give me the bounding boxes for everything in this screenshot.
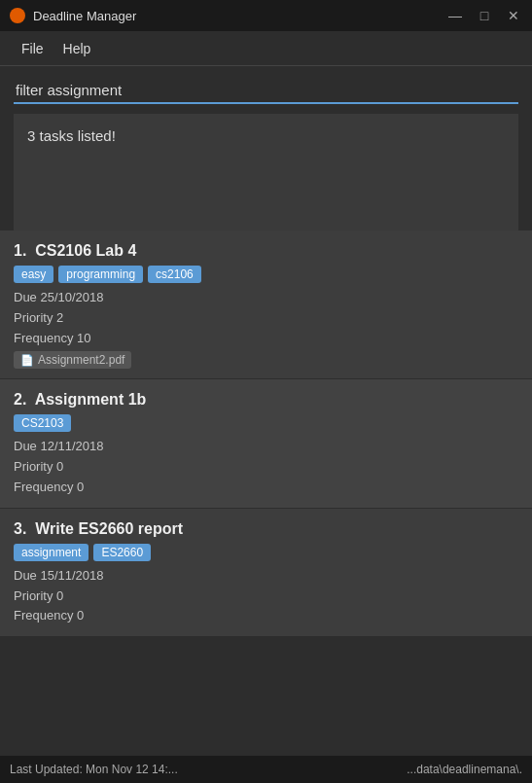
app-icon: [10, 8, 25, 23]
results-area: 3 tasks listed!: [14, 114, 518, 231]
task-tag: CS2103: [14, 414, 71, 432]
minimize-button[interactable]: —: [446, 8, 464, 23]
task-tag: programming: [58, 266, 143, 283]
task-frequency: Frequency 10: [14, 329, 518, 349]
file-icon: 📄: [20, 354, 34, 367]
task-priority: Priority 2: [14, 308, 518, 329]
menu-help[interactable]: Help: [53, 37, 101, 60]
task-tag: cs2106: [148, 266, 201, 283]
task-due: Due 15/11/2018: [14, 566, 518, 587]
task-item[interactable]: 1. CS2106 Lab 4 easyprogrammingcs2106 Du…: [0, 231, 532, 379]
task-frequency: Frequency 0: [14, 478, 518, 498]
maximize-button[interactable]: □: [476, 8, 493, 23]
status-bar: Last Updated: Mon Nov 12 14:... ...data\…: [0, 756, 532, 783]
title-bar-text: Deadline Manager: [33, 9, 446, 23]
task-due: Due 25/10/2018: [14, 288, 518, 308]
task-tags: easyprogrammingcs2106: [14, 266, 518, 283]
menu-bar: File Help: [0, 31, 532, 66]
task-number: 1.: [14, 242, 26, 259]
task-attachment[interactable]: 📄 Assignment2.pdf: [14, 351, 131, 369]
task-tag: assignment: [14, 544, 89, 561]
attachment-name: Assignment2.pdf: [38, 353, 124, 367]
task-number: 3.: [14, 520, 26, 537]
filter-area: [0, 66, 532, 114]
tasks-container: 1. CS2106 Lab 4 easyprogrammingcs2106 Du…: [0, 231, 532, 756]
task-priority: Priority 0: [14, 457, 518, 478]
task-number: 2.: [14, 391, 26, 408]
task-item[interactable]: 3. Write ES2660 report assignmentES2660 …: [0, 509, 532, 637]
task-priority: Priority 0: [14, 587, 518, 607]
task-tag: easy: [14, 266, 53, 283]
menu-file[interactable]: File: [12, 37, 53, 60]
task-due: Due 12/11/2018: [14, 437, 518, 457]
task-frequency: Frequency 0: [14, 606, 518, 626]
task-title: 3. Write ES2660 report: [14, 520, 518, 538]
status-right: ...data\deadlinemana\.: [407, 763, 522, 776]
task-tag: ES2660: [93, 544, 151, 561]
task-title: 2. Assignment 1b: [14, 391, 518, 409]
title-bar: Deadline Manager — □ ✕: [0, 0, 532, 31]
task-tags: CS2103: [14, 414, 518, 432]
task-title: 1. CS2106 Lab 4: [14, 242, 518, 260]
title-bar-controls: — □ ✕: [446, 8, 522, 23]
status-left: Last Updated: Mon Nov 12 14:...: [10, 763, 178, 776]
task-tags: assignmentES2660: [14, 544, 518, 561]
filter-input[interactable]: [14, 78, 518, 104]
close-button[interactable]: ✕: [505, 8, 522, 23]
task-item[interactable]: 2. Assignment 1b CS2103 Due 12/11/2018 P…: [0, 379, 532, 508]
results-count: 3 tasks listed!: [27, 127, 116, 144]
